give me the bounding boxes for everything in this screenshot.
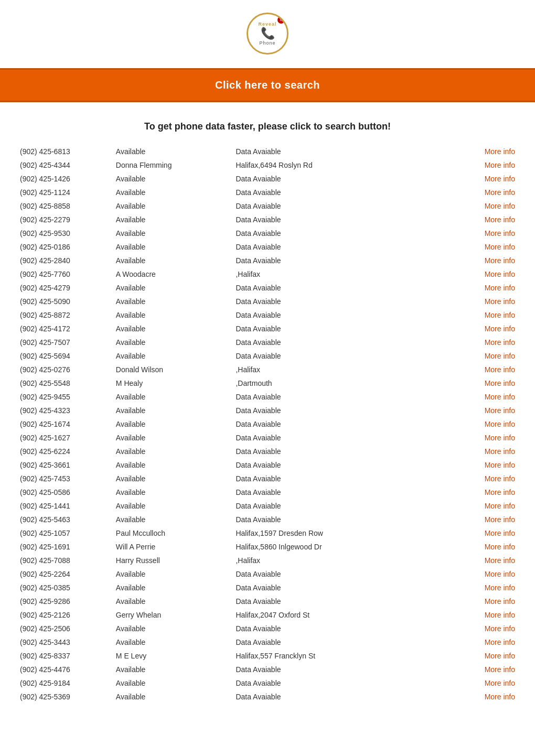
- more-info-cell[interactable]: More info: [459, 349, 519, 363]
- more-info-link[interactable]: More info: [485, 188, 515, 197]
- more-info-link[interactable]: More info: [485, 284, 515, 292]
- more-info-link[interactable]: More info: [485, 147, 515, 156]
- more-info-cell[interactable]: More info: [459, 635, 519, 649]
- more-info-link[interactable]: More info: [485, 338, 515, 347]
- more-info-cell[interactable]: More info: [459, 540, 519, 554]
- more-info-link[interactable]: More info: [485, 584, 515, 592]
- owner-address: Halifax,2047 Oxford St: [231, 608, 459, 622]
- more-info-link[interactable]: More info: [485, 474, 515, 483]
- more-info-cell[interactable]: More info: [459, 226, 519, 240]
- more-info-cell[interactable]: More info: [459, 431, 519, 445]
- more-info-link[interactable]: More info: [485, 161, 515, 169]
- more-info-cell[interactable]: More info: [459, 595, 519, 608]
- more-info-link[interactable]: More info: [485, 570, 515, 578]
- more-info-cell[interactable]: More info: [459, 240, 519, 254]
- more-info-cell[interactable]: More info: [459, 199, 519, 213]
- more-info-cell[interactable]: More info: [459, 363, 519, 376]
- more-info-cell[interactable]: More info: [459, 458, 519, 472]
- phone-number: (902) 425-1124: [16, 186, 112, 199]
- more-info-cell[interactable]: More info: [459, 513, 519, 526]
- more-info-cell[interactable]: More info: [459, 608, 519, 622]
- more-info-cell[interactable]: More info: [459, 295, 519, 308]
- more-info-cell[interactable]: More info: [459, 336, 519, 349]
- more-info-cell[interactable]: More info: [459, 390, 519, 404]
- more-info-link[interactable]: More info: [485, 447, 515, 456]
- more-info-link[interactable]: More info: [485, 256, 515, 265]
- phone-number: (902) 425-5694: [16, 349, 112, 363]
- more-info-cell[interactable]: More info: [459, 676, 519, 690]
- more-info-link[interactable]: More info: [485, 202, 515, 210]
- more-info-cell[interactable]: More info: [459, 145, 519, 158]
- more-info-link[interactable]: More info: [485, 597, 515, 606]
- more-info-link[interactable]: More info: [485, 297, 515, 306]
- more-info-link[interactable]: More info: [485, 679, 515, 687]
- more-info-cell[interactable]: More info: [459, 567, 519, 581]
- more-info-link[interactable]: More info: [485, 461, 515, 469]
- more-info-link[interactable]: More info: [485, 529, 515, 537]
- more-info-link[interactable]: More info: [485, 611, 515, 619]
- more-info-cell[interactable]: More info: [459, 499, 519, 513]
- owner-name: Available: [112, 226, 232, 240]
- more-info-cell[interactable]: More info: [459, 322, 519, 336]
- more-info-cell[interactable]: More info: [459, 649, 519, 663]
- more-info-link[interactable]: More info: [485, 434, 515, 442]
- more-info-link[interactable]: More info: [485, 352, 515, 360]
- more-info-cell[interactable]: More info: [459, 213, 519, 226]
- more-info-cell[interactable]: More info: [459, 622, 519, 635]
- more-info-link[interactable]: More info: [485, 215, 515, 224]
- more-info-cell[interactable]: More info: [459, 526, 519, 540]
- more-info-cell[interactable]: More info: [459, 445, 519, 458]
- more-info-link[interactable]: More info: [485, 502, 515, 510]
- owner-name: Available: [112, 513, 232, 526]
- phone-number: (902) 425-3443: [16, 635, 112, 649]
- more-info-link[interactable]: More info: [485, 175, 515, 183]
- more-info-link[interactable]: More info: [485, 365, 515, 374]
- more-info-link[interactable]: More info: [485, 420, 515, 428]
- more-info-cell[interactable]: More info: [459, 690, 519, 704]
- search-banner[interactable]: Click here to search: [0, 68, 535, 102]
- more-info-link[interactable]: More info: [485, 543, 515, 551]
- owner-name: Available: [112, 485, 232, 499]
- more-info-cell[interactable]: More info: [459, 281, 519, 295]
- more-info-cell[interactable]: More info: [459, 485, 519, 499]
- more-info-link[interactable]: More info: [485, 243, 515, 251]
- more-info-cell[interactable]: More info: [459, 663, 519, 676]
- table-row: (902) 425-7453AvailableData AvaiableMore…: [16, 472, 519, 485]
- more-info-link[interactable]: More info: [485, 311, 515, 319]
- more-info-cell[interactable]: More info: [459, 554, 519, 567]
- search-button[interactable]: Click here to search: [215, 79, 320, 91]
- table-row: (902) 425-6813AvailableData AvaiableMore…: [16, 145, 519, 158]
- more-info-cell[interactable]: More info: [459, 186, 519, 199]
- more-info-link[interactable]: More info: [485, 325, 515, 333]
- owner-name: Available: [112, 390, 232, 404]
- more-info-cell[interactable]: More info: [459, 417, 519, 431]
- more-info-cell[interactable]: More info: [459, 581, 519, 595]
- more-info-link[interactable]: More info: [485, 406, 515, 415]
- more-info-cell[interactable]: More info: [459, 158, 519, 172]
- more-info-cell[interactable]: More info: [459, 172, 519, 186]
- more-info-cell[interactable]: More info: [459, 267, 519, 281]
- more-info-link[interactable]: More info: [485, 379, 515, 387]
- more-info-link[interactable]: More info: [485, 665, 515, 674]
- more-info-link[interactable]: More info: [485, 229, 515, 237]
- phone-number: (902) 425-8872: [16, 308, 112, 322]
- more-info-link[interactable]: More info: [485, 624, 515, 633]
- owner-name: Available: [112, 281, 232, 295]
- more-info-cell[interactable]: More info: [459, 376, 519, 390]
- more-info-link[interactable]: More info: [485, 652, 515, 660]
- more-info-cell[interactable]: More info: [459, 254, 519, 267]
- phone-number: (902) 425-8337: [16, 649, 112, 663]
- more-info-link[interactable]: More info: [485, 515, 515, 524]
- more-info-cell[interactable]: More info: [459, 404, 519, 417]
- more-info-link[interactable]: More info: [485, 488, 515, 496]
- more-info-cell[interactable]: More info: [459, 472, 519, 485]
- owner-address: Data Avaiable: [231, 322, 459, 336]
- more-info-link[interactable]: More info: [485, 393, 515, 401]
- more-info-cell[interactable]: More info: [459, 308, 519, 322]
- owner-address: Data Avaiable: [231, 213, 459, 226]
- phone-number: (902) 425-1674: [16, 417, 112, 431]
- more-info-link[interactable]: More info: [485, 556, 515, 565]
- more-info-link[interactable]: More info: [485, 270, 515, 278]
- more-info-link[interactable]: More info: [485, 638, 515, 646]
- more-info-link[interactable]: More info: [485, 693, 515, 701]
